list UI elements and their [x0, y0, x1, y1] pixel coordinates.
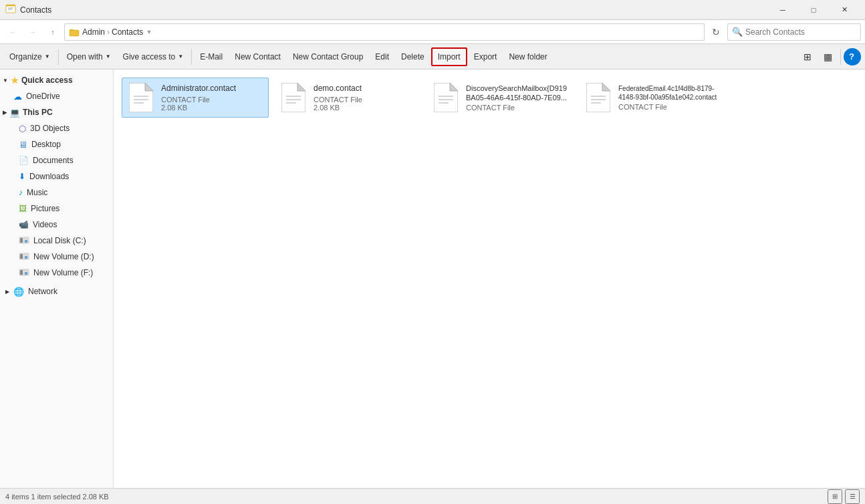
music-icon: ♪ — [19, 188, 23, 197]
refresh-button[interactable]: ↻ — [707, 23, 725, 41]
search-input[interactable] — [745, 27, 856, 37]
delete-button[interactable]: Delete — [396, 47, 430, 66]
title-bar: Contacts ─ □ ✕ — [0, 0, 865, 20]
sidebar-this-pc-header[interactable]: ▶ 💻 This PC — [0, 104, 113, 120]
svg-rect-10 — [20, 254, 23, 259]
content-area: Administrator.contact CONTACT File 2.08 … — [114, 70, 865, 488]
svg-rect-7 — [20, 238, 23, 243]
desktop-icon: 🖥 — [19, 140, 27, 150]
view-details-button[interactable]: ☰ — [845, 489, 860, 504]
file-icon-admin — [128, 82, 154, 114]
email-button[interactable]: E-Mail — [195, 47, 228, 66]
sidebar-quick-access-header[interactable]: ▼ ★ Quick access — [0, 72, 113, 88]
organize-arrow: ▼ — [45, 53, 50, 59]
maximize-button[interactable]: □ — [798, 0, 829, 20]
file-icon-federated — [585, 82, 612, 114]
import-button[interactable]: Import — [431, 47, 467, 66]
address-bar: ← → ↑ Admin › Contacts ▼ ↻ 🔍 — [0, 20, 865, 44]
sidebar-item-desktop[interactable]: 🖥 Desktop — [0, 136, 113, 152]
sidebar-item-new-volume-d[interactable]: New Volume (D:) — [0, 249, 113, 265]
close-button[interactable]: ✕ — [829, 0, 860, 20]
give-access-arrow: ▼ — [178, 53, 183, 59]
status-view-controls: ⊞ ☰ — [828, 489, 860, 504]
documents-icon: 📄 — [19, 156, 29, 165]
file-type-admin: CONTACT File — [161, 96, 263, 104]
file-size-demo: 2.08 KB — [314, 104, 415, 112]
sidebar-item-new-volume-f[interactable]: New Volume (F:) — [0, 265, 113, 281]
window-icon — [5, 3, 16, 16]
minimize-button[interactable]: ─ — [767, 0, 798, 20]
pictures-icon: 🖼 — [19, 204, 27, 213]
chevron-right-icon: ▶ — [3, 110, 7, 116]
breadcrumb[interactable]: Admin › Contacts ▼ — [64, 23, 705, 41]
sidebar-item-documents[interactable]: 📄 Documents — [0, 152, 113, 168]
file-info-discovery: DiscoverySearchMailbox{D919BA05-46A6-415… — [466, 84, 568, 112]
sidebar-item-music[interactable]: ♪ Music — [0, 184, 113, 201]
sidebar-item-videos[interactable]: 📹 Videos — [0, 217, 113, 233]
new-folder-button[interactable]: New folder — [503, 47, 552, 66]
sidebar-item-onedrive[interactable]: ☁ OneDrive — [0, 88, 113, 104]
breadcrumb-dropdown-icon[interactable]: ▼ — [146, 29, 152, 35]
disk-f-icon — [19, 267, 29, 279]
file-type-federated: CONTACT File — [618, 103, 720, 111]
file-item-discovery[interactable]: DiscoverySearchMailbox{D919BA05-46A6-415… — [426, 78, 574, 118]
sidebar: ▼ ★ Quick access ☁ OneDrive ▶ 💻 This PC … — [0, 70, 114, 488]
toolbar-sep1 — [58, 49, 59, 65]
chevron-down-icon: ▼ — [3, 78, 8, 84]
back-button[interactable]: ← — [4, 23, 21, 41]
chevron-network: ▶ — [5, 289, 9, 295]
file-size-admin: 2.08 KB — [161, 104, 263, 112]
help-button[interactable]: ? — [844, 48, 861, 66]
sidebar-item-pictures[interactable]: 🖼 Pictures — [0, 201, 113, 217]
network-icon: 🌐 — [13, 287, 24, 297]
file-icon-demo — [280, 82, 307, 114]
file-info-demo: demo.contact CONTACT File 2.08 KB — [314, 84, 415, 112]
sidebar-item-network[interactable]: ▶ 🌐 Network — [0, 283, 113, 299]
svg-marker-31 — [602, 83, 610, 91]
svg-rect-5 — [70, 30, 79, 36]
up-button[interactable]: ↑ — [44, 23, 61, 41]
svg-marker-26 — [450, 83, 458, 91]
breadcrumb-contacts: Contacts — [112, 27, 143, 37]
svg-rect-13 — [20, 270, 23, 275]
videos-icon: 📹 — [19, 220, 29, 229]
disk-c-icon — [19, 235, 29, 247]
title-bar-left: Contacts — [5, 3, 51, 16]
title-controls: ─ □ ✕ — [767, 0, 860, 20]
file-type-discovery: CONTACT File — [466, 104, 568, 112]
new-contact-button[interactable]: New Contact — [229, 47, 286, 66]
new-contact-group-button[interactable]: New Contact Group — [287, 47, 368, 66]
file-info-federated: FederatedEmail.4c1f4d8b-8179-4148-93bf-0… — [618, 84, 720, 111]
file-icon-discovery — [432, 82, 459, 114]
give-access-button[interactable]: Give access to ▼ — [118, 47, 189, 66]
toolbar: Organize ▼ Open with ▼ Give access to ▼ … — [0, 44, 865, 70]
export-button[interactable]: Export — [469, 47, 503, 66]
file-item-demo-contact[interactable]: demo.contact CONTACT File 2.08 KB — [274, 78, 421, 118]
sidebar-item-3d-objects[interactable]: ⬡ 3D Objects — [0, 120, 113, 136]
3d-icon: ⬡ — [19, 124, 26, 134]
view-options-button[interactable]: ⊞ — [798, 47, 817, 66]
file-name-demo: demo.contact — [314, 84, 415, 94]
open-with-button[interactable]: Open with ▼ — [61, 47, 116, 66]
file-name-federated: FederatedEmail.4c1f4d8b-8179-4148-93bf-0… — [618, 84, 720, 102]
file-info-admin: Administrator.contact CONTACT File 2.08 … — [161, 84, 263, 112]
computer-icon: 💻 — [9, 108, 20, 118]
search-box: 🔍 — [727, 23, 861, 41]
breadcrumb-sep1: › — [107, 27, 110, 37]
edit-button[interactable]: Edit — [370, 47, 394, 66]
sidebar-item-local-disk-c[interactable]: Local Disk (C:) — [0, 233, 113, 249]
sidebar-item-downloads[interactable]: ⬇ Downloads — [0, 168, 113, 184]
window-title: Contacts — [20, 5, 51, 15]
disk-d-icon — [19, 251, 29, 263]
forward-button[interactable]: → — [24, 23, 41, 41]
organize-button[interactable]: Organize ▼ — [4, 47, 55, 66]
view-toggle-button[interactable]: ▦ — [818, 47, 838, 66]
file-name-admin: Administrator.contact — [161, 84, 263, 94]
file-item-admin-contact[interactable]: Administrator.contact CONTACT File 2.08 … — [122, 78, 269, 118]
file-name-discovery: DiscoverySearchMailbox{D919BA05-46A6-415… — [466, 84, 568, 103]
view-large-icons-button[interactable]: ⊞ — [828, 489, 842, 504]
toolbar-sep3 — [840, 49, 841, 65]
file-item-federated[interactable]: FederatedEmail.4c1f4d8b-8179-4148-93bf-0… — [579, 78, 726, 118]
file-type-demo: CONTACT File — [314, 96, 415, 104]
onedrive-icon: ☁ — [13, 92, 22, 102]
